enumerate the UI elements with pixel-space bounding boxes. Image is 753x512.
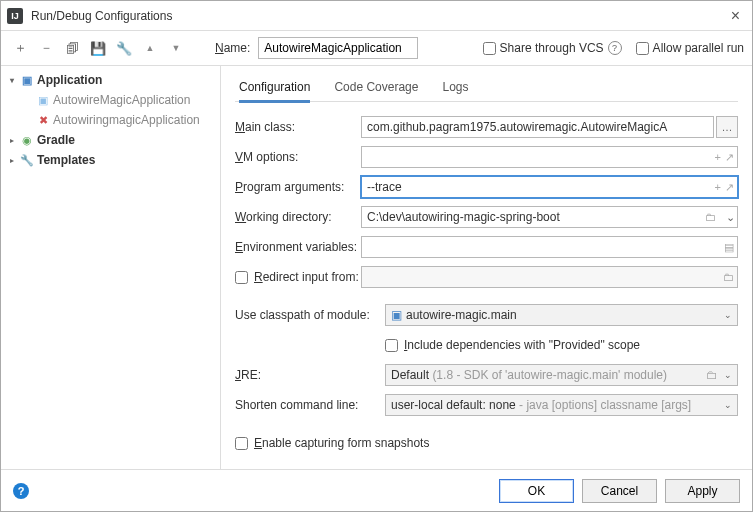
vm-options-input[interactable]: [361, 146, 738, 168]
redirect-input-checkbox[interactable]: Redirect input from:: [235, 270, 361, 284]
insert-macro-icon[interactable]: +: [715, 151, 721, 164]
jre-dropdown[interactable]: Default (1.8 - SDK of 'autowire-magic.ma…: [385, 364, 738, 386]
shorten-hint: - java [options] classname [args]: [519, 398, 691, 412]
gradle-icon: ◉: [20, 133, 34, 147]
folder-icon: 🗀: [723, 271, 734, 283]
title-bar: IJ Run/Debug Configurations ×: [1, 1, 752, 31]
copy-button[interactable]: 🗐: [61, 37, 83, 59]
chevron-down-icon: ⌄: [724, 400, 732, 410]
program-args-label: Program arguments:: [235, 180, 361, 194]
application-icon: ▣: [36, 93, 50, 107]
enable-snapshots-check[interactable]: [235, 437, 248, 450]
config-tree: ▾ ▣ Application ▣ AutowireMagicApplicati…: [1, 66, 221, 469]
row-jre: JRE: Default (1.8 - SDK of 'autowire-mag…: [235, 360, 738, 390]
remove-button[interactable]: －: [35, 37, 57, 59]
main-class-input[interactable]: [361, 116, 714, 138]
expand-icon[interactable]: ↗: [725, 181, 734, 194]
shorten-label: Shorten command line:: [235, 398, 385, 412]
intellij-icon: IJ: [7, 8, 23, 24]
application-icon: ▣: [20, 73, 34, 87]
redirect-check[interactable]: [235, 271, 248, 284]
name-label: Name:: [215, 41, 250, 55]
program-args-input[interactable]: [361, 176, 738, 198]
tree-node-templates[interactable]: ▸ 🔧 Templates: [1, 150, 220, 170]
chevron-right-icon: ▸: [7, 156, 17, 165]
vm-options-label: VM options:: [235, 150, 361, 164]
row-snapshots: Enable capturing form snapshots: [235, 428, 738, 458]
row-vm-options: VM options: + ↗: [235, 142, 738, 172]
insert-macro-icon[interactable]: +: [715, 181, 721, 194]
toolbar: ＋ － 🗐 💾 🔧 ▲ ▼ Name: Share through VCS ? …: [1, 31, 752, 65]
chevron-down-icon: ▾: [7, 76, 17, 85]
include-provided-check[interactable]: [385, 339, 398, 352]
help-icon[interactable]: ?: [13, 483, 29, 499]
tree-label: AutowiringmagicApplication: [53, 113, 200, 127]
tab-configuration[interactable]: Configuration: [239, 80, 310, 103]
move-down-button[interactable]: ▼: [165, 37, 187, 59]
tree-label: Application: [37, 73, 102, 87]
jre-hint: (1.8 - SDK of 'autowire-magic.main' modu…: [432, 368, 667, 382]
tree-item-autowire-magic[interactable]: ▣ AutowireMagicApplication: [1, 90, 220, 110]
config-form: Main class: … VM options: + ↗ Program ar: [235, 102, 738, 458]
row-include-provided: Include dependencies with "Provided" sco…: [235, 330, 738, 360]
shorten-value: user-local default: none: [391, 398, 516, 412]
tree-item-autowiring-magic[interactable]: ✖ AutowiringmagicApplication: [1, 110, 220, 130]
env-vars-label: Environment variables:: [235, 240, 361, 254]
window-title: Run/Debug Configurations: [31, 9, 725, 23]
tree-node-application[interactable]: ▾ ▣ Application: [1, 70, 220, 90]
folder-icon[interactable]: 🗀: [705, 211, 716, 223]
tab-logs[interactable]: Logs: [442, 80, 468, 102]
content-panel: Configuration Code Coverage Logs Main cl…: [221, 66, 752, 469]
include-provided-checkbox[interactable]: Include dependencies with "Provided" sco…: [385, 338, 640, 352]
cancel-button[interactable]: Cancel: [582, 479, 657, 503]
tree-node-gradle[interactable]: ▸ ◉ Gradle: [1, 130, 220, 150]
move-up-button[interactable]: ▲: [139, 37, 161, 59]
error-icon: ✖: [36, 113, 50, 127]
shorten-dropdown[interactable]: user-local default: none - java [options…: [385, 394, 738, 416]
row-redirect: Redirect input from: 🗀: [235, 262, 738, 292]
share-vcs-check[interactable]: [483, 42, 496, 55]
footer: ? OK Cancel Apply: [1, 469, 752, 511]
name-input[interactable]: [258, 37, 418, 59]
env-vars-input[interactable]: [361, 236, 738, 258]
allow-parallel-check[interactable]: [636, 42, 649, 55]
row-program-args: Program arguments: + ↗: [235, 172, 738, 202]
tab-code-coverage[interactable]: Code Coverage: [334, 80, 418, 102]
list-edit-icon[interactable]: ▤: [724, 241, 734, 254]
row-main-class: Main class: …: [235, 112, 738, 142]
save-button[interactable]: 💾: [87, 37, 109, 59]
ok-button[interactable]: OK: [499, 479, 574, 503]
jre-value: Default: [391, 368, 429, 382]
main-area: ▾ ▣ Application ▣ AutowireMagicApplicati…: [1, 65, 752, 469]
allow-parallel-checkbox[interactable]: Allow parallel run: [636, 41, 744, 55]
tabs: Configuration Code Coverage Logs: [235, 66, 738, 102]
row-shorten: Shorten command line: user-local default…: [235, 390, 738, 420]
row-working-dir: Working directory: 🗀 ⌄: [235, 202, 738, 232]
classpath-dropdown[interactable]: ▣ autowire-magic.main ⌄: [385, 304, 738, 326]
row-env-vars: Environment variables: ▤: [235, 232, 738, 262]
working-dir-label: Working directory:: [235, 210, 361, 224]
enable-snapshots-checkbox[interactable]: Enable capturing form snapshots: [235, 436, 429, 450]
share-help-icon[interactable]: ?: [608, 41, 622, 55]
folder-icon: 🗀: [706, 368, 718, 382]
tree-label: Gradle: [37, 133, 75, 147]
chevron-down-icon: ⌄: [724, 370, 732, 380]
share-vcs-checkbox[interactable]: Share through VCS: [483, 41, 604, 55]
redirect-input-field: [361, 266, 738, 288]
classpath-label: Use classpath of module:: [235, 308, 385, 322]
working-directory-input[interactable]: [361, 206, 738, 228]
chevron-right-icon: ▸: [7, 136, 17, 145]
expand-icon[interactable]: ↗: [725, 151, 734, 164]
close-icon[interactable]: ×: [725, 7, 746, 25]
tree-label: AutowireMagicApplication: [53, 93, 190, 107]
wrench-icon[interactable]: 🔧: [113, 37, 135, 59]
classpath-value: autowire-magic.main: [406, 308, 724, 322]
chevron-down-icon: ⌄: [724, 310, 732, 320]
jre-label: JRE:: [235, 368, 385, 382]
chevron-down-icon[interactable]: ⌄: [722, 206, 738, 228]
browse-class-button[interactable]: …: [716, 116, 738, 138]
add-button[interactable]: ＋: [9, 37, 31, 59]
main-class-label: Main class:: [235, 120, 361, 134]
apply-button[interactable]: Apply: [665, 479, 740, 503]
wrench-icon: 🔧: [20, 153, 34, 167]
